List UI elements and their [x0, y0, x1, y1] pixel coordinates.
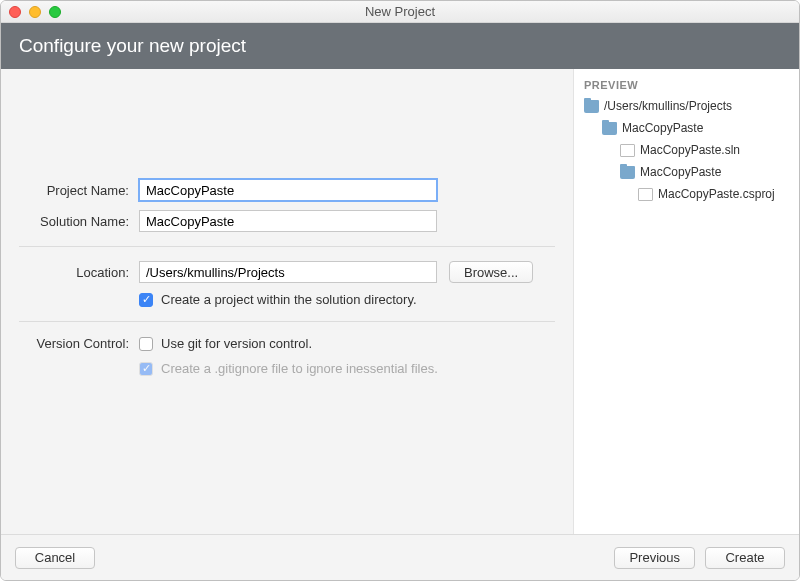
location-label: Location:	[19, 265, 139, 280]
tree-label: MacCopyPaste.csproj	[658, 187, 775, 201]
project-name-label: Project Name:	[19, 183, 139, 198]
tree-label: MacCopyPaste	[622, 121, 703, 135]
form-panel: Project Name: Solution Name: Location: B…	[1, 69, 574, 534]
cancel-button[interactable]: Cancel	[15, 547, 95, 569]
page-header: Configure your new project	[1, 23, 799, 69]
tree-label: MacCopyPaste.sln	[640, 143, 740, 157]
tree-label: MacCopyPaste	[640, 165, 721, 179]
window-title: New Project	[1, 4, 799, 19]
solution-name-label: Solution Name:	[19, 214, 139, 229]
tree-file-csproj: MacCopyPaste.csproj	[582, 183, 789, 205]
browse-button[interactable]: Browse...	[449, 261, 533, 283]
project-name-row: Project Name:	[19, 179, 555, 201]
solution-name-input[interactable]	[139, 210, 437, 232]
divider	[19, 321, 555, 322]
use-git-label: Use git for version control.	[161, 336, 312, 351]
use-git-checkbox[interactable]	[139, 337, 153, 351]
tree-folder-solution: MacCopyPaste	[582, 117, 789, 139]
location-row: Location: Browse...	[19, 261, 555, 283]
create-in-solution-label: Create a project within the solution dir…	[161, 292, 417, 307]
gitignore-row: Create a .gitignore file to ignore iness…	[19, 361, 555, 376]
page-title: Configure your new project	[19, 35, 246, 57]
gitignore-label: Create a .gitignore file to ignore iness…	[161, 361, 438, 376]
main-content: Project Name: Solution Name: Location: B…	[1, 69, 799, 534]
version-control-label: Version Control:	[19, 336, 139, 351]
folder-icon	[602, 122, 617, 135]
file-icon	[638, 188, 653, 201]
divider	[19, 246, 555, 247]
tree-file-sln: MacCopyPaste.sln	[582, 139, 789, 161]
footer: Cancel Previous Create	[1, 534, 799, 580]
file-icon	[620, 144, 635, 157]
gitignore-checkbox	[139, 362, 153, 376]
create-in-solution-checkbox[interactable]	[139, 293, 153, 307]
folder-icon	[584, 100, 599, 113]
version-control-row: Version Control: Use git for version con…	[19, 336, 555, 351]
preview-title: PREVIEW	[582, 79, 789, 91]
tree-label: /Users/kmullins/Projects	[604, 99, 732, 113]
titlebar: New Project	[1, 1, 799, 23]
previous-button[interactable]: Previous	[614, 547, 695, 569]
preview-panel: PREVIEW /Users/kmullins/Projects MacCopy…	[574, 69, 799, 534]
create-button[interactable]: Create	[705, 547, 785, 569]
solution-name-row: Solution Name:	[19, 210, 555, 232]
project-name-input[interactable]	[139, 179, 437, 201]
tree-folder-root: /Users/kmullins/Projects	[582, 95, 789, 117]
create-in-solution-row[interactable]: Create a project within the solution dir…	[19, 292, 555, 307]
folder-icon	[620, 166, 635, 179]
tree-folder-project: MacCopyPaste	[582, 161, 789, 183]
location-input[interactable]	[139, 261, 437, 283]
